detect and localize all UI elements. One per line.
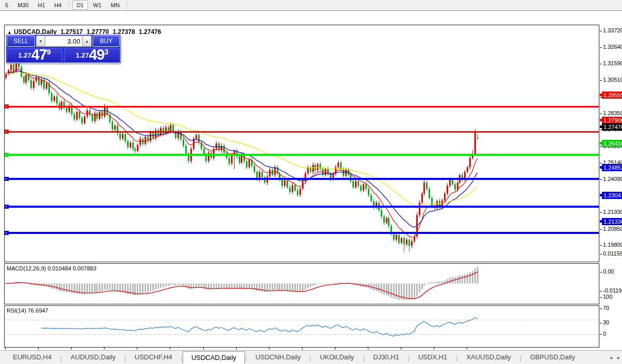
one-click-trading-panel: SELL ▼ ▲ BUY 1.27 47 9 1.27 — [6, 34, 121, 63]
badge-marker — [600, 142, 602, 144]
rsi-tick-label: 30 — [603, 319, 609, 325]
macd-label: MACD(12,26,9) 0.010484 0.007883 — [7, 265, 96, 271]
date-tick-mark — [302, 348, 303, 350]
date-tick-mark — [467, 348, 467, 350]
axis-tick-mark — [600, 272, 602, 272]
buy-price-prefix: 1.27 — [76, 49, 88, 62]
axis-tick-mark — [600, 64, 602, 64]
badge-marker — [600, 194, 602, 196]
level-price-badge: 1.23047 — [602, 192, 622, 199]
level-price-badge: 1.24852 — [602, 164, 622, 171]
tab-usdchf-h4[interactable]: USDCHF,H4 — [126, 351, 181, 364]
price-tick-label: 1.28350 — [603, 110, 622, 116]
axis-tick-mark — [600, 163, 602, 163]
level-price-badge: 1.26416 — [602, 140, 622, 147]
tab-audusd-daily[interactable]: AUDUSD,Daily — [62, 351, 124, 364]
volume-increase-button[interactable]: ▲ — [82, 35, 92, 47]
date-tick-mark — [170, 348, 170, 350]
date-tick-mark — [38, 348, 39, 350]
rsi-pane[interactable]: RSI(14) 76.6947 — [4, 305, 599, 348]
rsi-tick-label: 70 — [603, 305, 609, 311]
date-tick-mark — [335, 348, 335, 350]
toolbar-divider — [127, 1, 127, 9]
timeframe-button-w1[interactable]: W1 — [89, 1, 106, 10]
macd-pane[interactable]: MACD(12,26,9) 0.010484 0.007883 — [4, 263, 599, 304]
timeframe-button-5[interactable]: 5 — [1, 1, 12, 10]
axis-tick-mark — [600, 334, 602, 335]
axis-tick-mark — [600, 179, 602, 180]
bar-close: 1.27476 — [139, 28, 161, 35]
macd-tick-label: 0.00 — [603, 268, 614, 275]
rsi-tick-label: 0 — [603, 331, 606, 337]
date-tick-mark — [368, 348, 368, 350]
price-tick-label: 1.33720 — [603, 27, 622, 33]
rsi-canvas[interactable] — [5, 306, 599, 347]
sell-price-big: 47 — [31, 48, 47, 62]
toolbar-divider — [69, 1, 69, 9]
date-tick-mark — [203, 348, 204, 350]
date-tick-mark — [269, 348, 270, 350]
sell-price-pip: 9 — [47, 49, 51, 55]
date-tick-mark — [104, 348, 104, 350]
badge-marker — [600, 125, 602, 128]
tab-scroll-controls: ◂ ▸ — [610, 355, 620, 360]
timeframe-toolbar: 5M30H1H4D1W1MN — [0, 0, 622, 11]
timeframe-button-m30[interactable]: M30 — [13, 1, 32, 10]
buy-price-pip: 3 — [104, 49, 109, 55]
price-pane[interactable]: ▲USDCAD,Daily 1.27517 1.27770 1.27378 1.… — [4, 25, 599, 262]
axis-tick-mark — [600, 291, 602, 292]
tab-xauusd-daily[interactable]: XAUUSD,Daily — [457, 351, 520, 364]
tab-usdx-h1[interactable]: USDX,H1 — [410, 351, 456, 364]
macd-tick-label: 0.011551 — [603, 250, 622, 257]
chart-tab-bar: EURUSD,H4|AUDUSD,Daily|USDCHF,H4|USDCAD,… — [0, 350, 622, 364]
timeframe-button-mn[interactable]: MN — [106, 1, 123, 10]
tab-usdcad-daily[interactable]: USDCAD,Daily — [183, 351, 245, 364]
level-price-badge: 1.29559 — [602, 92, 622, 99]
tab-scroll-left-icon[interactable]: ◂ — [610, 355, 612, 360]
date-tick-mark — [401, 348, 401, 350]
price-tick-label: 1.32640 — [603, 44, 622, 50]
badge-marker — [600, 94, 602, 96]
tab-eurusd-h4[interactable]: EURUSD,H4 — [4, 351, 60, 364]
badge-marker — [600, 119, 602, 121]
volume-decrease-button[interactable]: ▼ — [36, 35, 45, 47]
axis-tick-mark — [600, 229, 602, 230]
date-tick-mark — [71, 348, 72, 350]
price-tick-label: 1.19800 — [603, 242, 622, 248]
price-axis[interactable]: 1.337201.326401.315901.305101.294301.283… — [600, 11, 622, 350]
macd-tick-label: -0.011914 — [603, 287, 622, 294]
date-tick-mark — [5, 348, 6, 350]
buy-button[interactable]: BUY — [93, 35, 120, 47]
rsi-label: RSI(14) 76.6947 — [7, 307, 48, 314]
tab-gbpusd-daily[interactable]: GBPUSD,Daily — [521, 351, 583, 364]
timeframe-button-h1[interactable]: H1 — [34, 1, 49, 10]
tab-usdcnh-daily[interactable]: USDCNH,Daily — [246, 351, 309, 364]
timeframe-button-d1[interactable]: D1 — [73, 1, 88, 10]
tab-scroll-right-icon[interactable]: ▸ — [617, 355, 620, 360]
axis-tick-mark — [600, 308, 602, 309]
date-tick-mark — [236, 348, 237, 350]
sell-price-prefix: 1.27 — [18, 49, 31, 62]
price-tick-label: 1.24090 — [603, 176, 622, 182]
level-price-badge: 1.27906 — [602, 117, 622, 124]
axis-tick-mark — [600, 323, 602, 323]
volume-input[interactable] — [45, 35, 82, 47]
sell-button[interactable]: SELL — [7, 35, 35, 47]
badge-marker — [600, 220, 602, 223]
chart-window: ▲USDCAD,Daily 1.27517 1.27770 1.27378 1.… — [0, 11, 622, 350]
mt4-chart-screen: 5M30H1H4D1W1MN ▲USDCAD,Daily 1.27517 1.2… — [0, 0, 622, 364]
timeframe-button-h4[interactable]: H4 — [50, 1, 66, 10]
axis-tick-mark — [600, 297, 602, 298]
buy-price-display[interactable]: 1.27 49 3 — [64, 48, 120, 63]
date-tick-mark — [434, 348, 434, 350]
tab-ukoil-daily[interactable]: UKOil,Daily — [311, 351, 363, 364]
price-tick-label: 1.21930 — [603, 209, 622, 215]
axis-tick-mark — [600, 47, 602, 48]
buy-price-big: 49 — [89, 48, 104, 62]
tab-dj30-h1[interactable]: DJ30,H1 — [364, 351, 408, 364]
axis-tick-mark — [600, 245, 602, 246]
axis-tick-mark — [600, 31, 602, 31]
sell-price-display[interactable]: 1.27 47 9 — [7, 48, 62, 63]
axis-tick-mark — [600, 80, 602, 81]
price-tick-label: 1.20850 — [603, 226, 622, 232]
